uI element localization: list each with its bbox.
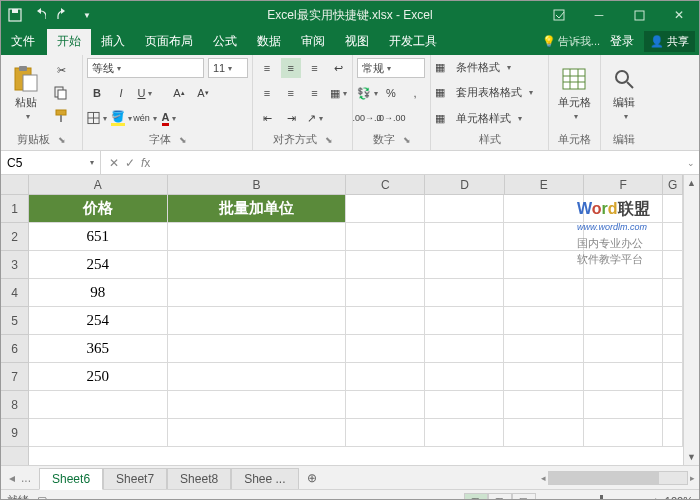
- redo-icon[interactable]: [55, 7, 71, 23]
- maximize-icon[interactable]: [619, 1, 659, 29]
- cell-D9[interactable]: [425, 419, 504, 447]
- increase-font-icon[interactable]: A▴: [169, 83, 189, 103]
- cell-E3[interactable]: [504, 251, 583, 279]
- cell-B9[interactable]: [168, 419, 346, 447]
- italic-button[interactable]: I: [111, 83, 131, 103]
- align-left-icon[interactable]: ≡: [257, 83, 277, 103]
- cell-D1[interactable]: [425, 195, 504, 223]
- cell-E8[interactable]: [504, 391, 583, 419]
- cell-C8[interactable]: [346, 391, 425, 419]
- increase-decimal-icon[interactable]: .00→.0: [357, 108, 377, 128]
- align-top-icon[interactable]: ≡: [257, 58, 277, 78]
- align-bottom-icon[interactable]: ≡: [305, 58, 325, 78]
- macro-record-icon[interactable]: ▢: [37, 494, 47, 500]
- cell-A1[interactable]: 价格: [29, 195, 168, 223]
- cell-F9[interactable]: [584, 419, 663, 447]
- cancel-formula-icon[interactable]: ✕: [109, 156, 119, 170]
- cell-B7[interactable]: [168, 363, 346, 391]
- row-header-8[interactable]: 8: [1, 391, 28, 419]
- col-header-D[interactable]: D: [425, 175, 504, 194]
- font-name-combo[interactable]: 等线▾: [87, 58, 204, 78]
- cell-style-button[interactable]: ▦ 单元格样式▾: [435, 108, 544, 129]
- cell-D3[interactable]: [425, 251, 504, 279]
- zoom-in-icon[interactable]: +: [652, 495, 658, 501]
- login-link[interactable]: 登录: [604, 28, 640, 55]
- cell-A2[interactable]: 651: [29, 223, 168, 251]
- cell-C7[interactable]: [346, 363, 425, 391]
- cell-E4[interactable]: [504, 279, 583, 307]
- ribbon-options-icon[interactable]: [539, 1, 579, 29]
- save-icon[interactable]: [7, 7, 23, 23]
- expand-formula-icon[interactable]: ⌄: [683, 158, 699, 168]
- border-icon[interactable]: ▾: [87, 108, 107, 128]
- cell-A8[interactable]: [29, 391, 168, 419]
- tell-me[interactable]: 💡告诉我...: [542, 34, 600, 49]
- cell-C9[interactable]: [346, 419, 425, 447]
- col-header-A[interactable]: A: [29, 175, 168, 194]
- cell-D8[interactable]: [425, 391, 504, 419]
- cell-D6[interactable]: [425, 335, 504, 363]
- page-break-view-icon[interactable]: ▤: [512, 493, 536, 501]
- col-header-E[interactable]: E: [505, 175, 584, 194]
- normal-view-icon[interactable]: ▦: [464, 493, 488, 501]
- cell-F4[interactable]: [584, 279, 663, 307]
- cell-C5[interactable]: [346, 307, 425, 335]
- row-header-4[interactable]: 4: [1, 279, 28, 307]
- row-header-7[interactable]: 7: [1, 363, 28, 391]
- cell-F5[interactable]: [584, 307, 663, 335]
- cell-G8[interactable]: [663, 391, 683, 419]
- cell-B1[interactable]: 批量加单位: [168, 195, 346, 223]
- fx-icon[interactable]: fx: [141, 156, 150, 170]
- cell-B5[interactable]: [168, 307, 346, 335]
- align-middle-icon[interactable]: ≡: [281, 58, 301, 78]
- fill-color-icon[interactable]: 🪣▾: [111, 108, 131, 128]
- horizontal-scrollbar[interactable]: ◂ ▸: [325, 471, 699, 485]
- cell-E6[interactable]: [504, 335, 583, 363]
- cell-D5[interactable]: [425, 307, 504, 335]
- tab-home[interactable]: 开始: [47, 28, 91, 55]
- bold-button[interactable]: B: [87, 83, 107, 103]
- cell-G4[interactable]: [663, 279, 683, 307]
- row-header-2[interactable]: 2: [1, 223, 28, 251]
- add-sheet-icon[interactable]: ⊕: [299, 471, 325, 485]
- cell-B3[interactable]: [168, 251, 346, 279]
- cut-icon[interactable]: ✂: [51, 60, 71, 80]
- sheet-nav-menu[interactable]: ...: [21, 471, 31, 485]
- cell-C2[interactable]: [346, 223, 425, 251]
- cell-D4[interactable]: [425, 279, 504, 307]
- scroll-right-icon[interactable]: ▸: [690, 473, 695, 483]
- undo-icon[interactable]: [31, 7, 47, 23]
- cell-E9[interactable]: [504, 419, 583, 447]
- col-header-B[interactable]: B: [168, 175, 346, 194]
- copy-icon[interactable]: [51, 83, 71, 103]
- tab-data[interactable]: 数据: [247, 28, 291, 55]
- select-all-corner[interactable]: [1, 175, 29, 195]
- cell-C6[interactable]: [346, 335, 425, 363]
- row-header-3[interactable]: 3: [1, 251, 28, 279]
- increase-indent-icon[interactable]: ⇥: [281, 108, 301, 128]
- name-box[interactable]: C5▾: [1, 151, 101, 174]
- qat-dropdown-icon[interactable]: ▼: [79, 7, 95, 23]
- cell-A6[interactable]: 365: [29, 335, 168, 363]
- zoom-level[interactable]: 100%: [665, 495, 693, 501]
- dialog-launcher-icon[interactable]: ⬊: [179, 135, 187, 145]
- scroll-down-icon[interactable]: ▼: [684, 449, 699, 465]
- align-right-icon[interactable]: ≡: [305, 83, 325, 103]
- cell-F8[interactable]: [584, 391, 663, 419]
- cell-C3[interactable]: [346, 251, 425, 279]
- cell-A7[interactable]: 250: [29, 363, 168, 391]
- dialog-launcher-icon[interactable]: ⬊: [325, 135, 333, 145]
- row-header-6[interactable]: 6: [1, 335, 28, 363]
- cell-D2[interactable]: [425, 223, 504, 251]
- tab-formulas[interactable]: 公式: [203, 28, 247, 55]
- phonetic-icon[interactable]: wén▾: [135, 108, 155, 128]
- cell-B8[interactable]: [168, 391, 346, 419]
- row-header-1[interactable]: 1: [1, 195, 28, 223]
- tab-file[interactable]: 文件: [1, 28, 45, 55]
- cell-A3[interactable]: 254: [29, 251, 168, 279]
- cell-E7[interactable]: [504, 363, 583, 391]
- tab-review[interactable]: 审阅: [291, 28, 335, 55]
- cell-F6[interactable]: [584, 335, 663, 363]
- underline-button[interactable]: U▾: [135, 83, 155, 103]
- share-button[interactable]: 👤共享: [644, 31, 695, 52]
